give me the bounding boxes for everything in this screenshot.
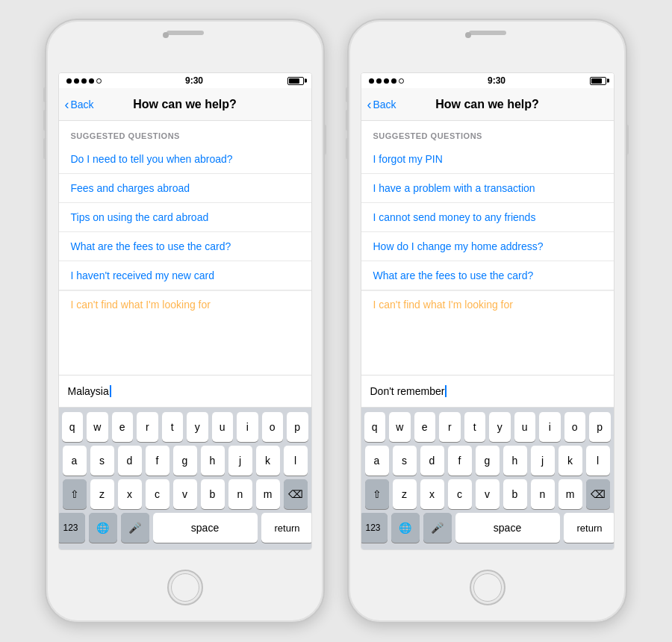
key-i[interactable]: i — [237, 412, 258, 442]
back-chevron-icon: ‹ — [65, 98, 69, 111]
key-2-z[interactable]: z — [393, 479, 417, 509]
key-2-s[interactable]: s — [393, 446, 417, 476]
status-bar: 9:30 — [59, 73, 311, 88]
space-key-1[interactable]: space — [153, 513, 258, 543]
question-item-1-4[interactable]: I haven't received my new card — [59, 261, 311, 290]
question-item-2-2[interactable]: I cannot send money to any friends — [361, 203, 614, 232]
globe-key-2[interactable]: 🌐 — [391, 513, 420, 543]
key-2-m[interactable]: m — [559, 479, 582, 509]
key-2-v[interactable]: v — [476, 479, 500, 509]
back-button-2[interactable]: ‹ Back — [367, 98, 396, 111]
key-2-j[interactable]: j — [531, 446, 555, 476]
key-p[interactable]: p — [287, 412, 308, 442]
key-2-c[interactable]: c — [448, 479, 472, 509]
question-item-1-3[interactable]: What are the fees to use the card? — [59, 232, 311, 261]
key-2-r[interactable]: r — [439, 412, 461, 442]
key-r[interactable]: r — [137, 412, 158, 442]
signal-dot-2-2 — [376, 78, 382, 84]
mic-key-1[interactable]: 🎤 — [121, 513, 149, 543]
question-item-2-1[interactable]: I have a problem with a transaction — [361, 174, 614, 203]
home-button-2[interactable] — [470, 570, 505, 605]
search-bar-2[interactable]: Don't remember — [361, 375, 614, 408]
question-item-1-1[interactable]: Fees and charges abroad — [59, 174, 311, 203]
shift-key-1[interactable]: ⇧ — [63, 479, 87, 509]
key-e[interactable]: e — [112, 412, 134, 442]
key-2-f[interactable]: f — [448, 446, 472, 476]
key-2-y[interactable]: y — [489, 412, 511, 442]
globe-key-1[interactable]: 🌐 — [89, 513, 117, 543]
key-o[interactable]: o — [262, 412, 284, 442]
question-item-1-2[interactable]: Tips on using the card abroad — [59, 203, 311, 232]
status-time-2: 9:30 — [488, 75, 505, 86]
numbers-key-2[interactable]: 123 — [361, 513, 388, 543]
key-y[interactable]: y — [187, 412, 208, 442]
key-s[interactable]: s — [90, 446, 114, 476]
key-m[interactable]: m — [256, 479, 280, 509]
question-item-2-0[interactable]: I forgot my PIN — [361, 145, 614, 174]
key-n[interactable]: n — [228, 479, 252, 509]
key-2-d[interactable]: d — [420, 446, 444, 476]
back-label-1[interactable]: Back — [71, 99, 94, 110]
key-g[interactable]: g — [173, 446, 197, 476]
space-key-2[interactable]: space — [455, 513, 560, 543]
key-l[interactable]: l — [284, 446, 308, 476]
key-2-o[interactable]: o — [564, 412, 586, 442]
key-2-u[interactable]: u — [514, 412, 536, 442]
key-c[interactable]: c — [146, 479, 169, 509]
key-x[interactable]: x — [118, 479, 142, 509]
key-2-w[interactable]: w — [389, 412, 411, 442]
key-w[interactable]: w — [87, 412, 108, 442]
mute-button-2 — [346, 87, 349, 102]
delete-key-1[interactable]: ⌫ — [284, 479, 308, 509]
key-a[interactable]: a — [63, 446, 87, 476]
key-2-x[interactable]: x — [420, 479, 444, 509]
side-button-2 — [626, 125, 629, 155]
return-key-1[interactable]: return — [261, 513, 312, 543]
key-2-n[interactable]: n — [531, 479, 555, 509]
search-bar-1[interactable]: Malaysia — [59, 375, 311, 408]
key-b[interactable]: b — [201, 479, 225, 509]
key-2-l[interactable]: l — [586, 446, 610, 476]
key-u[interactable]: u — [212, 412, 234, 442]
key-q[interactable]: q — [62, 412, 84, 442]
status-right — [287, 77, 304, 85]
key-2-g[interactable]: g — [476, 446, 500, 476]
home-button-1[interactable] — [167, 570, 203, 605]
key-2-t[interactable]: t — [464, 412, 486, 442]
question-item-2-4[interactable]: What are the fees to use the card? — [361, 261, 614, 290]
cant-find-1[interactable]: I can't find what I'm looking for — [59, 290, 311, 318]
back-label-2[interactable]: Back — [373, 99, 396, 110]
key-2-p[interactable]: p — [589, 412, 611, 442]
key-j[interactable]: j — [228, 446, 252, 476]
cant-find-2[interactable]: I can't find what I'm looking for — [361, 290, 614, 318]
phone-top-bar-2 — [349, 20, 626, 72]
phone-2-screen: 9:30 ‹ Back How can we help? SUGGESTED Q… — [361, 72, 615, 550]
question-item-2-3[interactable]: How do I change my home address? — [361, 232, 614, 261]
mic-key-2[interactable]: 🎤 — [423, 513, 452, 543]
shift-key-2[interactable]: ⇧ — [365, 479, 389, 509]
return-key-2[interactable]: return — [564, 513, 615, 543]
key-2-q[interactable]: q — [364, 412, 386, 442]
key-2-k[interactable]: k — [559, 446, 582, 476]
speaker-2 — [469, 31, 506, 35]
key-2-h[interactable]: h — [503, 446, 527, 476]
signal-dots — [66, 78, 102, 84]
key-2-e[interactable]: e — [414, 412, 436, 442]
signal-dot-2-4 — [391, 78, 396, 84]
key-2-a[interactable]: a — [365, 446, 389, 476]
delete-key-2[interactable]: ⌫ — [586, 479, 610, 509]
key-v[interactable]: v — [173, 479, 197, 509]
key-z[interactable]: z — [90, 479, 114, 509]
key-2-b[interactable]: b — [503, 479, 527, 509]
back-button-1[interactable]: ‹ Back — [65, 98, 94, 111]
key-d[interactable]: d — [118, 446, 142, 476]
question-item-1-0[interactable]: Do I need to tell you when abroad? — [59, 145, 311, 174]
key-row-2-4: 123 🌐 🎤 space return — [364, 513, 611, 543]
signal-dot-1 — [66, 78, 72, 84]
key-k[interactable]: k — [256, 446, 280, 476]
numbers-key-1[interactable]: 123 — [58, 513, 85, 543]
key-h[interactable]: h — [201, 446, 225, 476]
key-t[interactable]: t — [162, 412, 184, 442]
key-f[interactable]: f — [146, 446, 169, 476]
key-2-i[interactable]: i — [539, 412, 561, 442]
